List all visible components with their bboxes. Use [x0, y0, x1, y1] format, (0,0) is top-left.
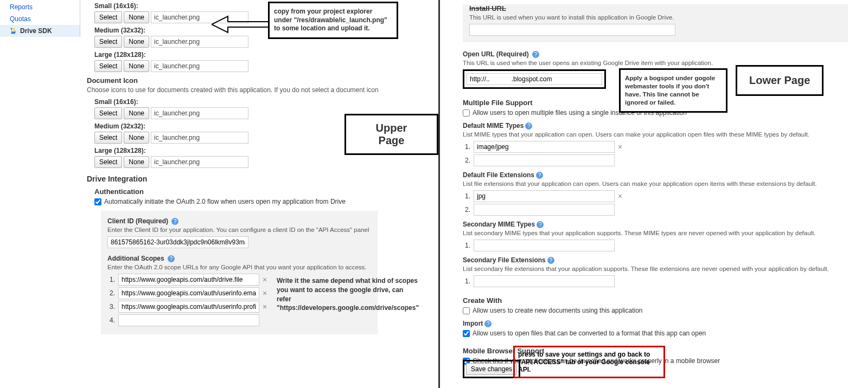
- default-ext-desc: List file extensions that your applicati…: [463, 180, 848, 187]
- help-icon[interactable]: ?: [171, 218, 178, 225]
- scope-input[interactable]: [118, 274, 259, 286]
- scopes-label: Additional Scopes: [107, 255, 164, 262]
- help-icon[interactable]: ?: [532, 51, 539, 58]
- list-number: 1.: [463, 143, 470, 151]
- document-icon-desc: Choose icons to use for documents create…: [87, 86, 427, 94]
- client-id-label: Client ID (Required): [107, 217, 168, 225]
- sidebar-item-quotas[interactable]: Quotas: [0, 13, 80, 25]
- client-id-input[interactable]: [107, 236, 248, 248]
- remove-icon[interactable]: ×: [618, 143, 622, 151]
- open-url-input[interactable]: [467, 73, 602, 85]
- default-mime-label: Default MIME Types: [463, 122, 524, 130]
- help-icon[interactable]: ?: [168, 255, 175, 262]
- help-icon[interactable]: ?: [525, 122, 532, 130]
- sidebar-item-reports[interactable]: Reports: [0, 1, 80, 13]
- annotation-save-note: press to save your settings and go back …: [513, 346, 665, 378]
- help-icon[interactable]: ?: [547, 257, 554, 264]
- list-number: 2.: [107, 289, 115, 297]
- create-with-checkbox[interactable]: [463, 307, 470, 314]
- client-id-panel: Client ID (Required) ? Enter the Client …: [101, 211, 378, 334]
- select-button[interactable]: Select: [94, 156, 122, 168]
- file-name-display: ic_launcher.png: [151, 36, 248, 48]
- select-button[interactable]: Select: [94, 11, 122, 23]
- large-icon-label: Large (128x128):: [94, 51, 427, 59]
- none-button[interactable]: None: [124, 36, 149, 48]
- list-number: 4.: [107, 316, 115, 324]
- list-number: 1.: [107, 276, 115, 283]
- none-button[interactable]: None: [124, 132, 149, 144]
- install-url-desc: This URL is used when you want to instal…: [469, 14, 841, 21]
- create-with-check-label: Allow users to create new documents usin…: [473, 307, 643, 314]
- ext-input[interactable]: [474, 204, 615, 216]
- annotation-scopes-note: Write it the same depend what kind of sc…: [277, 276, 418, 313]
- sec-mime-label: Secondary MIME Types: [463, 221, 535, 228]
- default-ext-label: Default File Extensions: [463, 171, 534, 179]
- doc-small-label: Small (16x16):: [94, 98, 427, 106]
- file-name-display: ic_launcher.png: [151, 156, 248, 168]
- list-number: 3.: [107, 303, 115, 311]
- sidebar-item-label: Drive SDK: [20, 27, 52, 35]
- select-button[interactable]: Select: [94, 132, 122, 144]
- sec-mime-desc: List secondary MIME types that your appl…: [463, 230, 848, 236]
- install-url-input[interactable]: [469, 24, 675, 36]
- save-button-highlight: Save changes: [463, 360, 520, 378]
- remove-icon[interactable]: ×: [263, 289, 267, 298]
- sec-ext-desc: List secondary file extensions that your…: [463, 266, 848, 272]
- none-button[interactable]: None: [124, 156, 149, 168]
- file-name-display: ic_launcher.png: [151, 60, 248, 72]
- annotation-copy-note: copy from your project explorer under "/…: [268, 2, 398, 39]
- document-icon-title: Document Icon: [87, 76, 427, 85]
- client-id-desc: Enter the Client ID for your application…: [107, 227, 371, 233]
- import-checkbox[interactable]: [463, 330, 470, 337]
- select-button[interactable]: Select: [94, 36, 122, 48]
- none-button[interactable]: None: [124, 11, 149, 23]
- mime-input[interactable]: [474, 141, 615, 153]
- create-with-label: Create With: [463, 296, 848, 305]
- scopes-desc: Enter the OAuth 2.0 scope URLs for any G…: [107, 264, 371, 270]
- file-name-display: ic_launcher.png: [151, 132, 248, 144]
- install-url-label: Install URL: [469, 4, 841, 12]
- sec-mime-input[interactable]: [474, 240, 615, 251]
- scope-input[interactable]: [118, 301, 259, 313]
- list-number: 1.: [463, 277, 470, 285]
- none-button[interactable]: None: [124, 60, 149, 72]
- help-icon[interactable]: ?: [536, 172, 543, 179]
- scope-input[interactable]: [118, 314, 259, 326]
- svg-marker-1: [12, 28, 16, 31]
- sec-ext-input[interactable]: [474, 275, 615, 287]
- help-icon[interactable]: ?: [484, 320, 492, 327]
- oauth-auto-label: Automatically initiate the OAuth 2.0 flo…: [104, 198, 346, 205]
- import-label: Import: [463, 320, 483, 327]
- annotation-blogspot-note: Apply a bogspot under gogole webmaster t…: [619, 68, 727, 113]
- multi-file-checkbox[interactable]: [463, 109, 470, 117]
- sec-ext-label: Secondary File Extensions: [463, 256, 546, 264]
- remove-icon[interactable]: ×: [263, 302, 267, 311]
- list-number: 1.: [463, 242, 470, 249]
- ext-input[interactable]: [474, 190, 615, 202]
- select-button[interactable]: Select: [94, 107, 122, 119]
- remove-icon[interactable]: ×: [263, 275, 267, 284]
- open-url-label: Open URL (Required): [463, 50, 529, 58]
- import-check-label: Allow users to open files that can be co…: [473, 329, 706, 337]
- oauth-auto-checkbox[interactable]: [94, 198, 101, 205]
- sidebar-item-drive-sdk[interactable]: Drive SDK: [0, 25, 80, 37]
- remove-icon[interactable]: ×: [618, 192, 622, 201]
- help-icon[interactable]: ?: [537, 221, 544, 228]
- save-changes-button[interactable]: Save changes: [466, 363, 517, 375]
- annotation-lower-page: Lower Page: [736, 65, 824, 96]
- file-name-display: ic_launcher.png: [151, 107, 248, 119]
- drive-integration-title: Drive Integration: [87, 174, 427, 183]
- none-button[interactable]: None: [124, 107, 149, 119]
- annotation-upper-page: Upper Page: [344, 114, 438, 155]
- scope-input[interactable]: [118, 287, 259, 299]
- list-number: 1.: [463, 192, 470, 200]
- default-mime-desc: List MIME types that your application ca…: [463, 131, 848, 138]
- drive-icon: [10, 27, 17, 35]
- list-number: 2.: [463, 206, 470, 214]
- authentication-title: Authentication: [94, 187, 427, 196]
- list-number: 2.: [463, 157, 470, 164]
- sidebar: Reports Quotas Drive SDK: [0, 0, 80, 37]
- select-button[interactable]: Select: [94, 60, 122, 72]
- open-url-highlight: [463, 69, 606, 89]
- mime-input[interactable]: [474, 154, 615, 166]
